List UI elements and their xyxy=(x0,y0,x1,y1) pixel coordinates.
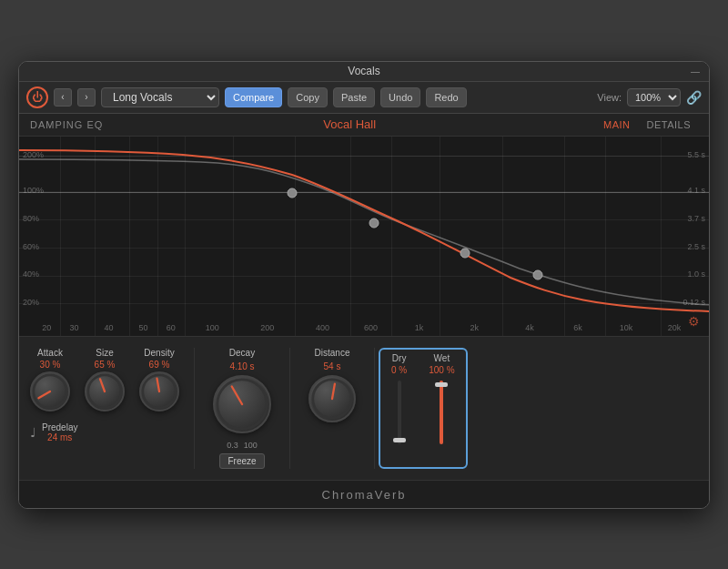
minimize-btn[interactable]: — xyxy=(691,66,700,76)
copy-button[interactable]: Copy xyxy=(288,87,328,107)
attack-knob[interactable] xyxy=(30,371,70,412)
dry-value: 0 % xyxy=(391,365,407,375)
dry-fader-handle[interactable] xyxy=(393,438,406,442)
freq-600: 600 xyxy=(364,323,378,332)
predelay-label: Predelay xyxy=(42,422,77,432)
size-knob-container: Size 65 % xyxy=(85,348,125,412)
freeze-button[interactable]: Freeze xyxy=(219,453,264,469)
distance-knob[interactable] xyxy=(308,375,356,422)
freeze-min: 0.3 xyxy=(227,441,238,450)
freq-20: 20 xyxy=(42,323,51,332)
redo-button[interactable]: Redo xyxy=(426,87,466,107)
wet-fader-handle[interactable] xyxy=(435,382,448,387)
power-button[interactable]: ⏻ xyxy=(26,86,48,108)
wet-value: 100 % xyxy=(429,365,454,375)
freq-30: 30 xyxy=(70,323,79,332)
freq-1k: 1k xyxy=(415,323,424,332)
predelay-value: 24 ms xyxy=(42,432,77,442)
distance-label: Distance xyxy=(315,348,350,358)
link-icon[interactable]: 🔗 xyxy=(686,90,702,105)
freq-40: 40 xyxy=(105,323,114,332)
plugin-footer: ChromaVerb xyxy=(19,480,709,508)
back-button[interactable]: ‹ xyxy=(54,88,72,107)
power-icon: ⏻ xyxy=(32,91,43,104)
view-select[interactable]: 100% xyxy=(627,88,681,107)
freq-50: 50 xyxy=(138,323,147,332)
eq-display: 200% 100% 80% 60% 40% 20% 5.5 s 4.1 s 3.… xyxy=(19,137,709,337)
size-knob[interactable] xyxy=(85,371,125,412)
preset-select[interactable]: Long Vocals xyxy=(101,87,219,107)
wet-fader-track[interactable] xyxy=(440,381,443,444)
dry-wet-group: Dry 0 % Wet 100 % xyxy=(379,348,468,469)
freq-6k: 6k xyxy=(573,323,582,332)
wet-fader-fill xyxy=(440,381,443,444)
freq-10k: 10k xyxy=(620,323,633,332)
freq-4k: 4k xyxy=(525,323,534,332)
size-value: 65 % xyxy=(95,360,116,370)
density-knob-container: Density 69 % xyxy=(139,348,179,412)
dry-fader-container: Dry 0 % xyxy=(391,353,407,448)
density-label: Density xyxy=(144,348,174,358)
freeze-max: 100 xyxy=(244,441,258,450)
toolbar: ⏻ ‹ › Long Vocals Compare Copy Paste Und… xyxy=(19,82,709,114)
controls-section: Attack 30 % Size 65 % xyxy=(19,337,709,480)
tab-details[interactable]: DETAILS xyxy=(639,117,698,132)
attack-label: Attack xyxy=(37,348,63,358)
view-tabs: MAIN DETAILS xyxy=(596,117,698,132)
freq-60: 60 xyxy=(167,323,176,332)
forward-icon: › xyxy=(85,92,87,102)
back-icon: ‹ xyxy=(61,92,64,102)
compare-button[interactable]: Compare xyxy=(225,87,282,107)
settings-icon[interactable]: ⚙ xyxy=(688,314,700,329)
dry-fader-track[interactable] xyxy=(398,381,401,444)
size-label: Size xyxy=(96,348,113,358)
decay-label: Decay xyxy=(229,348,255,358)
decay-knob[interactable] xyxy=(213,375,271,433)
paste-button[interactable]: Paste xyxy=(333,87,375,107)
density-value: 69 % xyxy=(149,360,170,370)
tab-main[interactable]: MAIN xyxy=(596,117,638,132)
freq-2k: 2k xyxy=(470,323,480,332)
eq-handle-3 xyxy=(460,249,470,258)
forward-button[interactable]: › xyxy=(77,88,96,107)
density-knob[interactable] xyxy=(139,371,179,412)
wet-fader-container: Wet 100 % xyxy=(429,353,454,448)
predelay-icon: ♩ xyxy=(30,425,36,440)
title-bar: Vocals — xyxy=(19,62,709,82)
distance-value: 54 s xyxy=(324,361,341,371)
knobs-row-1: Attack 30 % Size 65 % xyxy=(30,348,179,412)
eq-handle-2 xyxy=(369,218,379,228)
undo-button[interactable]: Undo xyxy=(380,87,420,107)
reverb-name: Vocal Hall xyxy=(103,117,596,131)
freq-20k: 20k xyxy=(668,323,682,332)
freq-200: 200 xyxy=(260,323,274,332)
attack-knob-container: Attack 30 % xyxy=(30,348,70,412)
eq-curves-svg xyxy=(19,137,709,336)
decay-value: 4.10 s xyxy=(229,361,254,371)
wet-label: Wet xyxy=(434,353,450,363)
plugin-window: Vocals — ⏻ ‹ › Long Vocals Compare Copy … xyxy=(18,61,710,509)
predelay-info: Predelay 24 ms xyxy=(42,422,77,442)
fader-row: Dry 0 % Wet 100 % xyxy=(391,353,455,448)
dry-label: Dry xyxy=(392,353,407,363)
section-header: DAMPING EQ Vocal Hall MAIN DETAILS xyxy=(19,114,709,137)
predelay-row: ♩ Predelay 24 ms xyxy=(30,422,179,442)
freq-400: 400 xyxy=(316,323,329,332)
eq-handle-1 xyxy=(288,188,297,198)
window-title: Vocals xyxy=(348,65,379,77)
plugin-name: ChromaVerb xyxy=(322,488,407,502)
attack-value: 30 % xyxy=(40,360,61,370)
eq-handle-4 xyxy=(533,270,542,279)
freq-100: 100 xyxy=(206,323,219,332)
damping-label: DAMPING EQ xyxy=(30,119,103,130)
view-label: View: xyxy=(597,92,622,103)
